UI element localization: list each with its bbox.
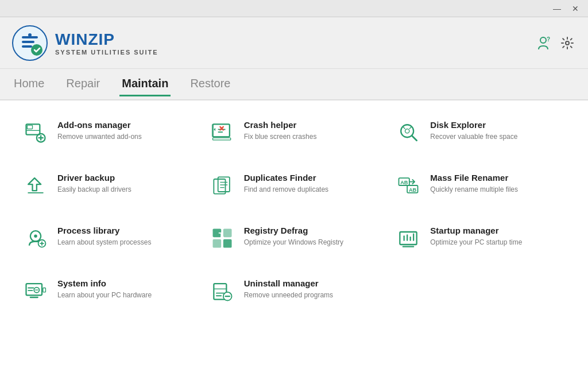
svg-point-4 [31,44,42,56]
logo-subtitle: SYSTEM UTILITIES SUITE [55,49,158,56]
driver-icon [23,173,48,198]
tool-startup[interactable]: Startup manager Optimize your PC startup… [390,218,571,259]
svg-rect-43 [223,229,231,238]
window-controls: — ✕ [549,2,583,15]
tool-process-text: Process library Learn about system proce… [57,226,151,247]
tool-uninstall-title: Uninstall manager [244,278,333,288]
tool-duplicates-title: Duplicates Finder [244,173,328,183]
svg-line-26 [403,127,405,129]
tool-uninstall-text: Uninstall manager Remove unneeded progra… [244,278,333,300]
app-header: WINZIP SYSTEM UTILITIES SUITE ? [0,17,588,69]
tool-uninstall-desc: Remove unneeded programs [244,290,333,300]
tool-renamer-desc: Quickly rename multiple files [430,185,518,195]
tool-crash-title: Crash helper [244,120,317,130]
tool-startup-title: Startup manager [430,226,522,235]
svg-point-38 [34,235,37,238]
logo-area: WINZIP SYSTEM UTILITIES SUITE [11,25,158,61]
tool-registry[interactable]: Registry Defrag Optimize your Windows Re… [204,218,385,259]
tool-crash[interactable]: Crash helper Fix blue screen crashes [204,112,385,153]
tool-sysinfo[interactable]: System info Learn about your PC hardware [17,270,198,312]
header-icons: ? [534,34,577,52]
tool-addons-title: Add-ons manager [57,120,142,130]
tool-disk[interactable]: Disk Explorer Recover valuable free spac… [390,112,571,153]
tool-duplicates[interactable]: Duplicates Finder Find and remove duplic… [204,165,385,206]
logo-winzip: WINZIP [55,30,158,49]
help-icon: ? [536,36,551,51]
minimize-button[interactable]: — [549,2,565,15]
tool-driver[interactable]: Driver backup Easily backup all drivers [17,165,198,206]
main-content: Add-ons manager Remove unwanted add-ons … [0,100,588,376]
nav-maintain[interactable]: Maintain [119,72,171,96]
tool-crash-text: Crash helper Fix blue screen crashes [244,120,317,142]
gear-icon [560,36,574,50]
tool-process-title: Process library [57,226,151,235]
duplicates-icon [210,173,235,198]
tool-process-desc: Learn about system processes [57,238,151,247]
tool-duplicates-desc: Find and remove duplicates [244,185,328,195]
process-icon [23,226,48,251]
svg-text:?: ? [547,36,550,42]
sysinfo-icon [23,278,48,304]
tool-registry-title: Registry Defrag [244,226,343,235]
svg-text:AB: AB [401,180,409,185]
tools-grid: Add-ons manager Remove unwanted add-ons … [17,112,571,312]
help-button[interactable]: ? [534,34,552,52]
tool-addons-text: Add-ons manager Remove unwanted add-ons [57,120,142,142]
tool-disk-title: Disk Explorer [430,120,517,130]
close-button[interactable]: ✕ [567,2,583,15]
addons-icon [23,120,48,145]
svg-rect-56 [43,288,46,292]
svg-rect-20 [212,138,230,140]
tool-startup-desc: Optimize your PC startup time [430,238,522,247]
svg-point-6 [540,37,546,43]
disk-icon [396,120,421,145]
tool-driver-title: Driver backup [57,173,131,183]
nav-home[interactable]: Home [11,72,47,96]
svg-rect-9 [26,124,40,134]
tool-disk-desc: Recover valuable free space [430,132,517,142]
svg-rect-2 [22,41,34,43]
svg-rect-3 [22,45,32,48]
tool-addons[interactable]: Add-ons manager Remove unwanted add-ons [17,112,198,153]
renamer-icon: AB AB [396,173,421,198]
tool-process[interactable]: Process library Learn about system proce… [17,218,198,259]
settings-button[interactable] [558,34,577,52]
svg-line-27 [409,127,412,129]
svg-point-8 [566,41,569,45]
startup-icon [396,226,421,251]
tool-disk-text: Disk Explorer Recover valuable free spac… [430,120,517,142]
uninstall-icon [210,278,235,304]
tool-driver-desc: Easily backup all drivers [57,185,131,195]
svg-rect-44 [212,239,221,248]
svg-rect-45 [223,239,231,248]
nav-restore[interactable]: Restore [188,72,233,96]
tool-renamer-text: Mass File Renamer Quickly rename multipl… [430,173,518,195]
svg-line-24 [412,136,417,141]
app-logo-icon [11,25,48,61]
tool-sysinfo-desc: Learn about your PC hardware [57,290,152,300]
svg-point-5 [28,33,32,37]
svg-point-25 [405,129,409,133]
nav-repair[interactable]: Repair [64,72,102,96]
tool-registry-desc: Optimize your Windows Registry [244,238,343,247]
tool-driver-text: Driver backup Easily backup all drivers [57,173,131,195]
tool-crash-desc: Fix blue screen crashes [244,132,317,142]
tool-registry-text: Registry Defrag Optimize your Windows Re… [244,226,343,247]
crash-icon [210,120,235,145]
svg-rect-10 [27,125,32,129]
tool-startup-text: Startup manager Optimize your PC startup… [430,226,522,247]
main-nav: Home Repair Maintain Restore [0,69,588,100]
tool-uninstall[interactable]: Uninstall manager Remove unneeded progra… [204,270,385,312]
tool-renamer-title: Mass File Renamer [430,173,518,183]
tool-addons-desc: Remove unwanted add-ons [57,132,142,142]
tool-sysinfo-title: System info [57,278,152,288]
registry-icon [210,226,235,251]
tool-duplicates-text: Duplicates Finder Find and remove duplic… [244,173,328,195]
tool-sysinfo-text: System info Learn about your PC hardware [57,278,152,300]
svg-rect-17 [211,124,214,137]
logo-text: WINZIP SYSTEM UTILITIES SUITE [55,30,158,56]
tool-renamer[interactable]: AB AB Mass File Renamer Quickly rename m… [390,165,571,206]
title-bar: — ✕ [0,0,588,17]
svg-text:AB: AB [409,187,417,193]
